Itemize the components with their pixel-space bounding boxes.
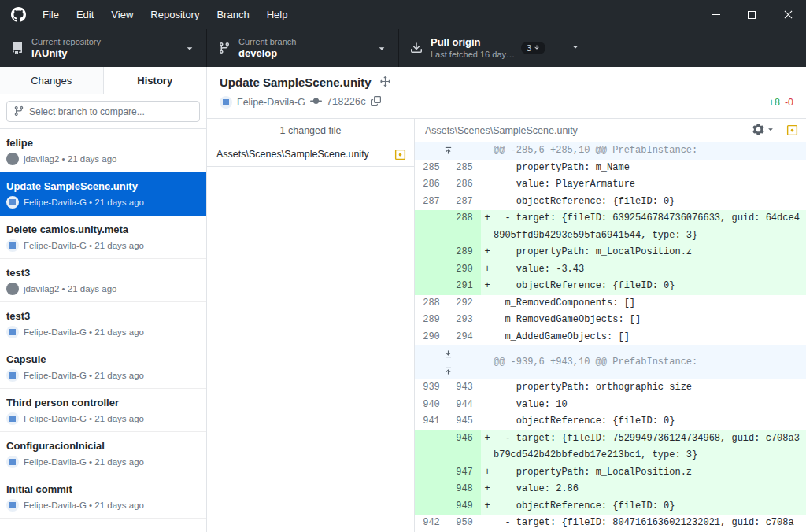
menu-repository[interactable]: Repository xyxy=(142,0,208,29)
diff-gutter[interactable]: 287287 xyxy=(415,194,481,211)
diff-gutter[interactable]: 946 xyxy=(415,430,481,464)
commit-list-item[interactable]: test3jdavilag2 • 21 days ago xyxy=(0,259,206,302)
diff-new-line-number: 950 xyxy=(448,515,481,532)
diff-gutter[interactable]: 289 xyxy=(415,244,481,261)
commit-list-item[interactable]: CapsuleFelipe-Davila-G • 21 days ago xyxy=(0,345,206,389)
diff-line-content: propertyPath: orthographic size xyxy=(494,379,806,397)
tab-changes[interactable]: Changes xyxy=(0,67,103,94)
diff-old-line-number xyxy=(415,210,448,244)
diff-line-content: m_AddedGameObjects: [] xyxy=(494,329,806,346)
diff-line-content: value: PlayerArmature xyxy=(494,176,806,194)
chevron-down-icon xyxy=(376,42,387,54)
current-repository-button[interactable]: Current repository IAUnity xyxy=(0,29,207,67)
diff-gutter xyxy=(415,345,481,379)
diff-gutter xyxy=(415,142,481,160)
diff-new-line-number: 292 xyxy=(448,295,481,312)
chevron-down-icon xyxy=(184,42,195,54)
diff-old-line-number xyxy=(415,498,448,515)
menu-branch[interactable]: Branch xyxy=(208,0,257,29)
diff-marker xyxy=(481,295,494,312)
commit-summary-title: Update SampleScene.unity xyxy=(220,74,372,91)
diff-new-line-number: 949 xyxy=(448,498,481,515)
commit-meta-text: Felipe-Davila-G • 21 days ago xyxy=(24,239,144,252)
diff-gutter[interactable]: 941945 xyxy=(415,413,481,430)
commit-list-item[interactable]: Third person controllerFelipe-Davila-G •… xyxy=(0,389,206,432)
diff-gutter[interactable]: 288292 xyxy=(415,295,481,312)
maximize-button[interactable] xyxy=(734,0,770,29)
diff-new-line-number: 947 xyxy=(448,464,481,482)
diff-gutter[interactable]: 290294 xyxy=(415,329,481,346)
commit-author-avatar xyxy=(6,283,19,295)
changed-file-row[interactable]: Assets\Scenes\SampleScene.unity xyxy=(207,142,414,167)
diff-marker: + xyxy=(481,244,494,261)
maximize-icon xyxy=(748,11,756,19)
diff-old-line-number xyxy=(415,481,448,498)
diff-gutter[interactable]: 948 xyxy=(415,481,481,498)
commit-list-item[interactable]: ConfiguracionInicialFelipe-Davila-G • 21… xyxy=(0,432,206,475)
diff-line-content: propertyPath: m_Name xyxy=(494,160,806,177)
tab-history[interactable]: History xyxy=(103,67,207,94)
commit-list-item[interactable]: Initial commitFelipe-Davila-G • 21 days … xyxy=(0,475,206,519)
diff-gutter[interactable]: 291 xyxy=(415,278,481,295)
expand-down-button[interactable] xyxy=(415,345,481,363)
diff-old-line-number: 942 xyxy=(415,515,448,532)
menu-help[interactable]: Help xyxy=(258,0,297,29)
diff-gutter[interactable]: 949 xyxy=(415,498,481,515)
drag-handle-icon[interactable] xyxy=(379,76,391,91)
history-sidebar: Changes History felipejdavilag2 • 21 day… xyxy=(0,67,207,532)
commit-meta-text: Felipe-Davila-G • 21 days ago xyxy=(24,456,144,468)
diff-gutter[interactable]: 288 xyxy=(415,210,481,244)
diff-gutter[interactable]: 939943 xyxy=(415,379,481,397)
commit-title: Initial commit xyxy=(6,482,200,496)
pull-options-dropdown-button[interactable] xyxy=(560,29,590,67)
diff-hunk-text: @@ -285,6 +285,10 @@ PrefabInstance: xyxy=(494,142,806,160)
commit-header: Update SampleScene.unity Felipe-Davila-G… xyxy=(207,67,806,119)
copy-icon[interactable] xyxy=(371,96,381,109)
diff-line: 949+ objectReference: {fileID: 0} xyxy=(415,498,806,515)
diff-line: 942950 - target: {fileID: 80471616360212… xyxy=(415,515,806,532)
diff-gutter[interactable]: 290 xyxy=(415,261,481,279)
commit-list-item[interactable]: felipejdavilag2 • 21 days ago xyxy=(0,129,206,172)
commit-meta: Felipe-Davila-G • 21 days ago xyxy=(6,412,200,425)
diff-gutter[interactable]: 286286 xyxy=(415,176,481,194)
commit-meta-text: Felipe-Davila-G • 21 days ago xyxy=(24,326,144,338)
commit-list-item[interactable]: Update SampleScene.unityFelipe-Davila-G … xyxy=(0,172,206,216)
commit-list-item[interactable]: Delete camios.unity.metaFelipe-Davila-G … xyxy=(0,216,206,259)
menu-file[interactable]: File xyxy=(34,0,68,29)
commit-meta-text: Felipe-Davila-G • 21 days ago xyxy=(24,196,144,209)
menu-edit[interactable]: Edit xyxy=(68,0,102,29)
diff-hunk-text: @@ -939,6 +943,10 @@ PrefabInstance: xyxy=(494,354,806,371)
diff-line-content: propertyPath: m_LocalPosition.z xyxy=(494,244,806,261)
diff-marker xyxy=(481,397,494,414)
diff-new-line-number: 286 xyxy=(448,176,481,194)
menu-view[interactable]: View xyxy=(102,0,142,29)
commit-meta: jdavilag2 • 21 days ago xyxy=(6,153,200,165)
additions-count: +8 xyxy=(769,97,780,108)
diff-gutter[interactable]: 947 xyxy=(415,464,481,482)
commit-hash: 718226c xyxy=(327,97,366,108)
diff-file-header: Assets\Scenes\SampleScene.unity xyxy=(415,119,806,142)
diff-gutter[interactable]: 289293 xyxy=(415,312,481,329)
expand-up-button[interactable] xyxy=(415,363,481,380)
diff-options-button[interactable] xyxy=(752,124,775,138)
current-branch-button[interactable]: Current branch develop xyxy=(207,29,399,67)
commit-meta: Felipe-Davila-G • 21 days ago xyxy=(6,196,200,209)
chevron-down-icon xyxy=(766,124,775,136)
diff-hunk-header: @@ -939,6 +943,10 @@ PrefabInstance: xyxy=(415,345,806,379)
diff-line: 288292 m_RemovedComponents: [] xyxy=(415,295,806,312)
minimize-button[interactable] xyxy=(697,0,734,29)
commit-list-item[interactable]: test3Felipe-Davila-G • 21 days ago xyxy=(0,302,206,345)
branch-compare-input[interactable] xyxy=(6,101,200,122)
changed-files-header: 1 changed file xyxy=(207,119,415,142)
diff-gutter[interactable]: 942950 xyxy=(415,515,481,532)
diff-gutter[interactable]: 285285 xyxy=(415,160,481,177)
diff-line-content: objectReference: {fileID: 0} xyxy=(494,278,806,295)
diff-marker: + xyxy=(481,464,494,482)
diff-gutter[interactable]: 940944 xyxy=(415,397,481,414)
diff-new-line-number: 945 xyxy=(448,413,481,430)
changed-file-path: Assets\Scenes\SampleScene.unity xyxy=(216,149,369,160)
diff-new-line-number: 943 xyxy=(448,379,481,397)
pull-origin-button[interactable]: Pull origin Last fetched 16 day… 3 xyxy=(399,29,560,67)
expand-up-button[interactable] xyxy=(415,142,481,160)
close-button[interactable] xyxy=(770,0,806,29)
